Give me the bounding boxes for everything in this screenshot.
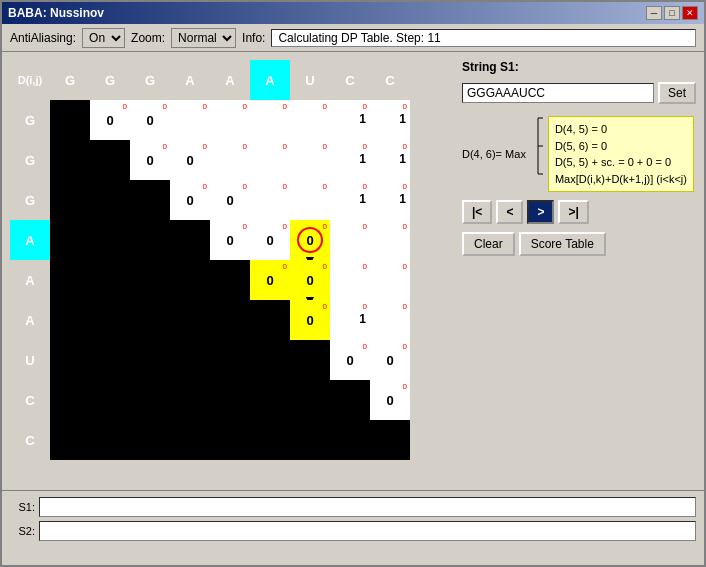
nav-buttons: |< < > >| [462,200,696,224]
cell-4-6: 0 0 ▼ [290,260,330,300]
title-bar: BABA: Nussinov ─ □ ✕ [2,2,704,24]
nav-last-button[interactable]: >| [558,200,588,224]
header-a2: A [210,60,250,100]
window-title: BABA: Nussinov [8,6,104,20]
header-c1: C [330,60,370,100]
cell-8-7 [330,420,370,460]
cell-5-1 [90,300,130,340]
maximize-button[interactable]: □ [664,6,680,20]
cell-0-0 [50,100,90,140]
annotation-area: D(4, 6)= Max D(4, 5) = 0 D(5, 6) = 0 [462,116,696,192]
cell-7-3 [170,380,210,420]
cell-4-1 [90,260,130,300]
cell-7-8: 00 [370,380,410,420]
cell-1-8: 01 [370,140,410,180]
arrow-label: D(4, 6)= Max [462,116,528,192]
cell-4-0 [50,260,90,300]
header-g2: G [90,60,130,100]
cell-8-4 [210,420,250,460]
string-input-row: Set [462,82,696,104]
cell-1-7: 01 [330,140,370,180]
cell-6-3 [170,340,210,380]
cell-4-2 [130,260,170,300]
header-c2: C [370,60,410,100]
action-buttons: Clear Score Table [462,232,696,256]
nav-prev-button[interactable]: < [496,200,523,224]
score-table-button[interactable]: Score Table [519,232,606,256]
antialiasing-select[interactable]: On Off [82,28,125,48]
cell-8-1 [90,420,130,460]
cell-3-2 [130,220,170,260]
cell-6-5 [250,340,290,380]
cell-6-7: 00 [330,340,370,380]
row-label-c2: C [10,420,50,460]
cell-2-1 [90,180,130,220]
cell-0-5: 0 [250,100,290,140]
cell-5-8: 0 [370,300,410,340]
cell-6-8: 00 [370,340,410,380]
cell-1-2: 00 [130,140,170,180]
cell-0-8: 01 [370,100,410,140]
string-s1-label: String S1: [462,60,696,74]
zoom-select[interactable]: Normal [171,28,236,48]
cell-8-5 [250,420,290,460]
dp-table: D(i,j) G G G A A A U C C G [10,60,410,460]
cell-7-1 [90,380,130,420]
cell-8-2 [130,420,170,460]
cell-7-5 [250,380,290,420]
string-s1-input[interactable] [462,83,654,103]
grid-area: D(i,j) G G G A A A U C C G [2,52,454,490]
cell-7-6 [290,380,330,420]
cell-5-7: 01 [330,300,370,340]
cell-2-7: 01 [330,180,370,220]
s1-field[interactable] [39,497,696,517]
cell-8-3 [170,420,210,460]
d46-label: D(4, 6)= Max [462,148,526,160]
cell-2-8: 01 [370,180,410,220]
cell-3-3 [170,220,210,260]
cell-2-2 [130,180,170,220]
nav-next-button[interactable]: > [527,200,554,224]
cell-5-3 [170,300,210,340]
cell-6-2 [130,340,170,380]
cell-7-0 [50,380,90,420]
close-button[interactable]: ✕ [682,6,698,20]
annotation-box: D(4, 5) = 0 D(5, 6) = 0 D(5, 5) + sc. = … [548,116,694,192]
minimize-button[interactable]: ─ [646,6,662,20]
cell-3-8: 0 [370,220,410,260]
cell-2-6: 0 [290,180,330,220]
main-area: D(i,j) G G G A A A U C C G [2,52,704,490]
s2-row: S2: [10,521,696,541]
cell-2-0 [50,180,90,220]
s2-field[interactable] [39,521,696,541]
row-label-g3: G [10,180,50,220]
nav-first-button[interactable]: |< [462,200,492,224]
zoom-label: Zoom: [131,31,165,45]
cell-8-6 [290,420,330,460]
cell-3-5: 00 [250,220,290,260]
row-label-g1: G [10,100,50,140]
row-label-c1: C [10,380,50,420]
cell-7-4 [210,380,250,420]
s1-label: S1: [10,501,35,513]
header-a1: A [170,60,210,100]
set-button[interactable]: Set [658,82,696,104]
cell-1-5: 0 [250,140,290,180]
cell-2-3: 00 [170,180,210,220]
cell-4-4 [210,260,250,300]
cell-0-1: 00 [90,100,130,140]
header-a3: A [250,60,290,100]
s2-label: S2: [10,525,35,537]
info-label: Info: [242,31,265,45]
header-u: U [290,60,330,100]
s1-row: S1: [10,497,696,517]
cell-4-7: 0 [330,260,370,300]
cell-5-5 [250,300,290,340]
cell-4-3 [170,260,210,300]
brace-area [532,116,544,192]
row-label-a1: A [10,220,50,260]
header-g1: G [50,60,90,100]
cell-5-0 [50,300,90,340]
bottom-panel: S1: S2: [2,490,704,565]
clear-button[interactable]: Clear [462,232,515,256]
